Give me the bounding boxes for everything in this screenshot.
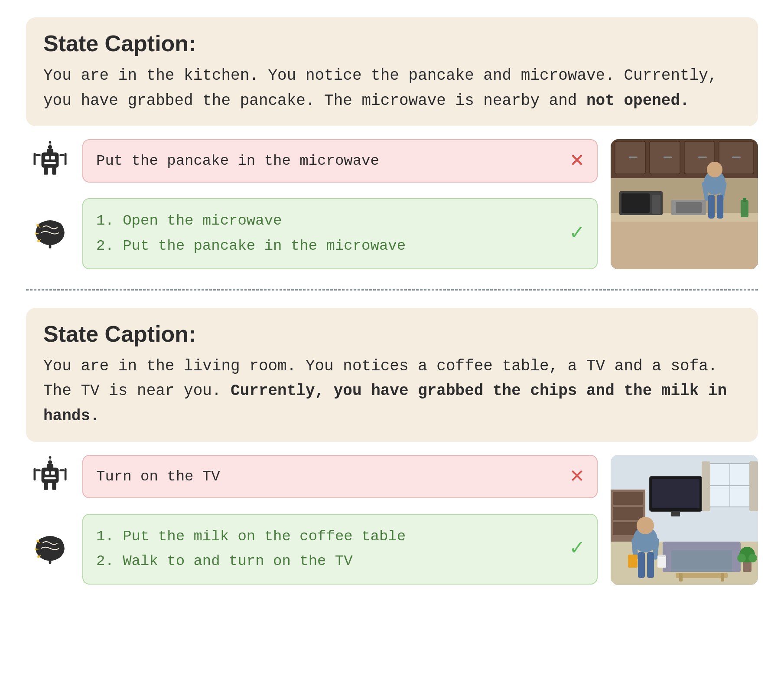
- actions-column-2: Turn on the TV ✕: [26, 455, 598, 592]
- wrong-action-row-1: Put the pancake in the microwave ✕: [26, 139, 598, 183]
- svg-rect-77: [706, 485, 754, 486]
- svg-rect-4: [46, 149, 53, 154]
- brain-icon-container-1: [26, 213, 74, 254]
- svg-point-96: [637, 517, 654, 534]
- svg-rect-56: [59, 469, 64, 471]
- svg-rect-37: [621, 193, 650, 213]
- svg-rect-79: [749, 461, 758, 511]
- robot-icon-1: [29, 140, 71, 182]
- svg-point-54: [48, 461, 52, 465]
- robot-icon-2: [29, 456, 71, 497]
- svg-rect-47: [741, 200, 748, 217]
- svg-rect-38: [652, 195, 660, 214]
- svg-rect-34: [732, 157, 741, 158]
- check-mark-1: ✓: [570, 222, 584, 245]
- svg-rect-12: [33, 153, 36, 165]
- wrong-action-box-1: Put the pancake in the microwave ✕: [82, 139, 598, 183]
- svg-rect-48: [743, 198, 746, 202]
- correct-action-row-1: Open the microwave Put the pancake in th…: [26, 198, 598, 269]
- svg-point-107: [748, 554, 757, 562]
- actions-column-1: Put the pancake in the microwave ✕: [26, 139, 598, 276]
- svg-rect-45: [708, 195, 715, 219]
- svg-rect-49: [42, 468, 58, 483]
- x-mark-1: ✕: [570, 150, 584, 172]
- correct-action-list-2: Put the milk on the coffee table Walk to…: [96, 524, 406, 575]
- svg-rect-86: [671, 511, 680, 516]
- svg-point-11: [49, 141, 51, 144]
- correct-action-item-2-2: Walk to and turn on the TV: [96, 549, 406, 574]
- brain-icon-container-2: [26, 529, 74, 570]
- correct-action-list-1: Open the microwave Put the pancake in th…: [96, 209, 406, 259]
- correct-action-box-2: Put the milk on the coffee table Walk to…: [82, 514, 598, 585]
- svg-rect-1: [45, 156, 49, 160]
- svg-rect-78: [702, 461, 710, 511]
- section-divider: [26, 289, 758, 291]
- check-mark-2: ✓: [570, 538, 584, 560]
- svg-rect-58: [52, 483, 56, 490]
- svg-rect-7: [59, 154, 64, 156]
- svg-rect-62: [64, 468, 66, 481]
- state-caption-box-1: State Caption: You are in the kitchen. Y…: [26, 17, 758, 126]
- svg-rect-53: [46, 464, 53, 469]
- svg-rect-85: [652, 479, 699, 508]
- svg-point-106: [737, 554, 746, 562]
- svg-rect-103: [659, 555, 665, 557]
- svg-rect-89: [663, 542, 741, 550]
- actions-screenshot-row-1: Put the pancake in the microwave ✕: [26, 139, 758, 276]
- wrong-action-box-2: Turn on the TV ✕: [82, 455, 598, 498]
- svg-rect-40: [676, 202, 702, 213]
- state-caption-title-2: State Caption:: [43, 321, 741, 347]
- robot-icon-container-1: [26, 140, 74, 182]
- correct-action-box-1: Open the microwave Put the pancake in th…: [82, 198, 598, 269]
- svg-rect-23: [49, 243, 51, 248]
- svg-rect-81: [613, 492, 643, 505]
- svg-point-42: [707, 162, 722, 177]
- svg-rect-61: [33, 468, 36, 481]
- svg-point-5: [48, 145, 52, 149]
- svg-point-16: [49, 222, 63, 238]
- svg-rect-3: [44, 162, 56, 164]
- correct-action-row-2: Put the milk on the coffee table Walk to…: [26, 514, 598, 585]
- robot-icon-container-2: [26, 456, 74, 497]
- actions-screenshot-row-2: Turn on the TV ✕: [26, 455, 758, 592]
- screenshot-scene-2: [611, 455, 758, 585]
- svg-rect-46: [717, 195, 723, 219]
- svg-rect-32: [664, 157, 672, 158]
- caption-text-bold-1: not opened.: [586, 92, 690, 110]
- state-caption-box-2: State Caption: You are in the living roo…: [26, 308, 758, 442]
- svg-rect-51: [51, 471, 55, 475]
- svg-rect-55: [36, 469, 40, 471]
- svg-rect-50: [45, 471, 49, 475]
- correct-action-item-1-1: Open the microwave: [96, 209, 406, 234]
- wrong-action-text-1: Put the pancake in the microwave: [96, 153, 379, 169]
- svg-rect-100: [647, 552, 654, 578]
- wrong-action-row-2: Turn on the TV ✕: [26, 455, 598, 498]
- svg-rect-94: [721, 573, 724, 581]
- svg-rect-8: [44, 167, 48, 174]
- svg-rect-101: [628, 555, 638, 568]
- svg-rect-31: [629, 157, 638, 158]
- state-caption-text-1: You are in the kitchen. You notice the p…: [43, 63, 741, 113]
- svg-rect-57: [44, 483, 48, 490]
- correct-action-item-2-1: Put the milk on the coffee table: [96, 524, 406, 549]
- svg-rect-9: [52, 167, 56, 174]
- svg-rect-82: [613, 507, 643, 520]
- svg-rect-102: [657, 555, 666, 568]
- svg-rect-93: [679, 573, 683, 581]
- svg-rect-99: [638, 552, 645, 578]
- svg-rect-13: [64, 153, 66, 165]
- svg-point-60: [49, 456, 51, 459]
- state-caption-text-2: You are in the living room. You notices …: [43, 354, 741, 429]
- brain-icon-2: [29, 529, 71, 570]
- state-caption-title-1: State Caption:: [43, 30, 741, 56]
- svg-rect-0: [42, 153, 58, 167]
- svg-rect-72: [49, 558, 51, 564]
- svg-rect-6: [36, 154, 40, 156]
- wrong-action-text-2: Turn on the TV: [96, 468, 220, 485]
- svg-rect-52: [44, 477, 56, 479]
- x-mark-2: ✕: [570, 465, 584, 488]
- screenshot-scene-1: [611, 139, 758, 269]
- correct-action-item-1-2: Put the pancake in the microwave: [96, 234, 406, 259]
- svg-point-65: [49, 538, 63, 554]
- svg-rect-92: [676, 573, 728, 578]
